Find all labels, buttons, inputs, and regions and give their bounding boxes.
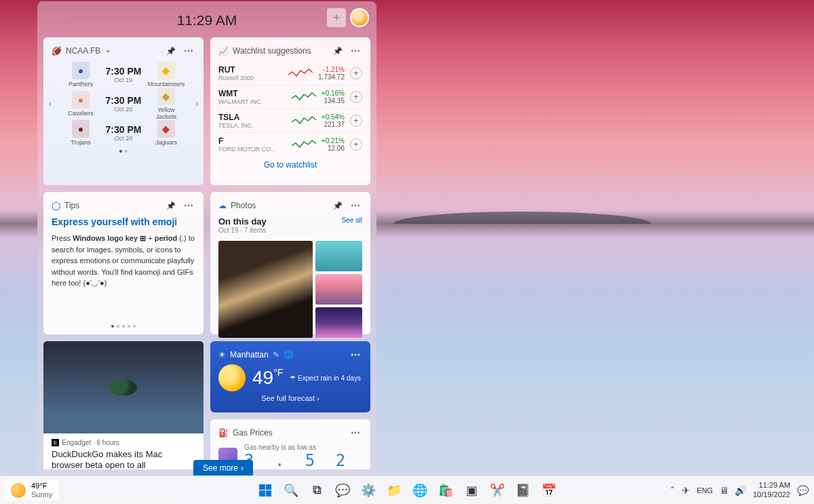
task-view-button[interactable]: ⧉ (305, 479, 328, 502)
pin-icon[interactable] (164, 44, 178, 58)
add-to-watchlist-button[interactable]: + (350, 67, 362, 79)
tips-icon: ◯ (52, 201, 60, 210)
sports-match-row[interactable]: ●Cavaliers 7:30 PMOct 20 ◆Yellow Jackets (61, 88, 186, 120)
onedrive-icon: ☁ (218, 201, 227, 210)
sparkline-icon (292, 138, 316, 151)
file-explorer-button[interactable]: 📁 (383, 479, 406, 502)
more-icon[interactable] (349, 199, 362, 212)
weather-location-row: ☀Manhattan ✎ 🌐 (218, 348, 362, 362)
sparkline-icon (292, 114, 316, 128)
photos-widget[interactable]: ☁ Photos On this day Oct 19 · 7 items Se… (210, 192, 370, 334)
taskbar-temp: 49°F (31, 482, 52, 490)
volume-icon[interactable]: 🔊 (735, 485, 746, 496)
widget-grid: 🏈 NCAA FB ‹ › ●Panthers 7:30 PMOct 19 ◆M… (43, 37, 370, 469)
weather-temp: 49 (252, 367, 273, 388)
notifications-icon[interactable]: 💬 (797, 485, 809, 496)
see-more-button[interactable]: See more › (193, 460, 253, 476)
network-icon[interactable]: 🖥 (720, 485, 729, 496)
calendar-button[interactable]: 📅 (537, 479, 560, 502)
pin-icon[interactable] (331, 199, 345, 212)
pin-icon[interactable] (164, 199, 178, 212)
photo-thumbnail[interactable] (315, 307, 362, 338)
away-team: ◆Mountaineers (147, 62, 186, 88)
see-all-link[interactable]: See all (341, 216, 362, 224)
terminal-button[interactable]: ▣ (460, 479, 483, 502)
news-title: DuckDuckGo makes its Mac browser beta op… (52, 449, 195, 469)
sports-widget[interactable]: 🏈 NCAA FB ‹ › ●Panthers 7:30 PMOct 19 ◆M… (43, 37, 204, 185)
sparkline-icon (288, 66, 313, 80)
pin-icon[interactable] (331, 44, 345, 58)
settings-button[interactable]: ⚙️ (357, 479, 380, 502)
widgets-header: 11:29 AM + (43, 8, 370, 32)
match-time: 7:30 PMOct 20 (106, 124, 142, 142)
watchlist-row[interactable]: RUTRussell 2000 -1.21%1,734.72 + (218, 62, 362, 85)
photos-header: Photos (231, 201, 256, 210)
watchlist-row[interactable]: WMTWALMART INC. +0.16%134.35 + (218, 85, 362, 109)
photo-thumbnail[interactable] (218, 241, 313, 338)
watchlist-row[interactable]: TSLATESLA, INC. +0.54%221.37 + (218, 109, 362, 133)
globe-icon[interactable]: 🌐 (284, 350, 294, 360)
chat-button[interactable]: 💬 (331, 479, 354, 502)
add-to-watchlist-button[interactable]: + (350, 91, 362, 103)
add-widget-button[interactable]: + (327, 8, 346, 27)
start-button[interactable] (254, 479, 277, 502)
home-team: ●Trojans (61, 120, 100, 146)
system-tray: ˄ ✈ ENG 🖥 🔊 11:29 AM 10/19/2022 💬 (670, 481, 809, 499)
taskbar: 49°FSunny 🔍 ⧉ 💬 ⚙️ 📁 🌐 🛍️ ▣ ✂️ 📓 📅 ˄ ✈ E… (0, 476, 814, 504)
gas-icon: ⛽ (218, 428, 229, 438)
search-button[interactable]: 🔍 (279, 479, 303, 502)
store-button[interactable]: 🛍️ (434, 479, 457, 502)
edit-icon[interactable]: ✎ (273, 350, 279, 360)
sun-icon (11, 483, 26, 498)
widgets-clock: 11:29 AM (177, 12, 237, 28)
more-icon[interactable] (182, 44, 195, 58)
language-indicator[interactable]: ENG (697, 486, 713, 495)
location-icon[interactable]: ✈ (682, 485, 690, 496)
add-to-watchlist-button[interactable]: + (350, 138, 362, 151)
stocks-icon: 📈 (218, 46, 229, 56)
go-to-watchlist-link[interactable]: Go to watchlist (218, 156, 362, 170)
watchlist-row[interactable]: FFORD MOTOR CO... +0.21%12.06 + (218, 133, 362, 156)
sports-match-row[interactable]: ●Panthers 7:30 PMOct 19 ◆Mountaineers (61, 62, 186, 88)
taskbar-weather[interactable]: 49°FSunny (4, 480, 59, 500)
weather-location: Manhattan (230, 350, 269, 360)
watchlist-title: Watchlist suggestions (233, 46, 311, 56)
prev-button[interactable]: ‹ (45, 98, 56, 109)
taskbar-clock[interactable]: 11:29 AM 10/19/2022 (753, 481, 790, 499)
tips-widget[interactable]: ◯ Tips Express yourself with emoji Press… (43, 192, 204, 334)
photos-meta: Oct 19 · 7 items (218, 227, 362, 234)
home-team: ●Cavaliers (61, 91, 100, 117)
page-dots (43, 325, 204, 328)
page-dots (52, 150, 195, 153)
weather-condition-icon (218, 364, 246, 391)
away-team: ◆Yellow Jackets (147, 88, 186, 120)
tips-title: Express yourself with emoji (52, 216, 195, 227)
news-image (43, 341, 204, 433)
home-team: ●Panthers (61, 62, 100, 88)
news-source: EEngadget · 6 hours (52, 439, 195, 446)
snipping-button[interactable]: ✂️ (486, 479, 509, 502)
see-forecast-link[interactable]: See full forecast › (218, 394, 362, 402)
add-to-watchlist-button[interactable]: + (350, 115, 362, 127)
more-icon[interactable] (349, 426, 362, 440)
news-widget[interactable]: EEngadget · 6 hours DuckDuckGo makes its… (43, 341, 204, 469)
user-avatar[interactable] (350, 8, 369, 27)
taskbar-cond: Sunny (31, 490, 52, 499)
more-icon[interactable] (349, 348, 362, 362)
edge-button[interactable]: 🌐 (408, 479, 431, 502)
next-button[interactable]: › (191, 98, 202, 109)
more-icon[interactable] (182, 199, 195, 212)
photo-thumbnail[interactable] (315, 241, 362, 271)
tray-chevron-icon[interactable]: ˄ (670, 485, 675, 496)
photo-grid[interactable] (218, 241, 362, 338)
watchlist-widget[interactable]: 📈 Watchlist suggestions RUTRussell 2000 … (210, 37, 370, 185)
sports-match-row[interactable]: ●Trojans 7:30 PMOct 20 ◆Jaguars (61, 120, 186, 146)
photo-thumbnail[interactable] (315, 274, 362, 305)
notepad-button[interactable]: 📓 (511, 479, 535, 502)
weather-widget[interactable]: ☀Manhattan ✎ 🌐 49°F ☂ Expect rain in 4 d… (210, 341, 370, 412)
chevron-down-icon[interactable] (104, 46, 111, 56)
away-team: ◆Jaguars (147, 120, 186, 146)
gas-header: Gas Prices (233, 428, 273, 438)
match-time: 7:30 PMOct 19 (106, 66, 142, 83)
more-icon[interactable] (349, 44, 362, 58)
